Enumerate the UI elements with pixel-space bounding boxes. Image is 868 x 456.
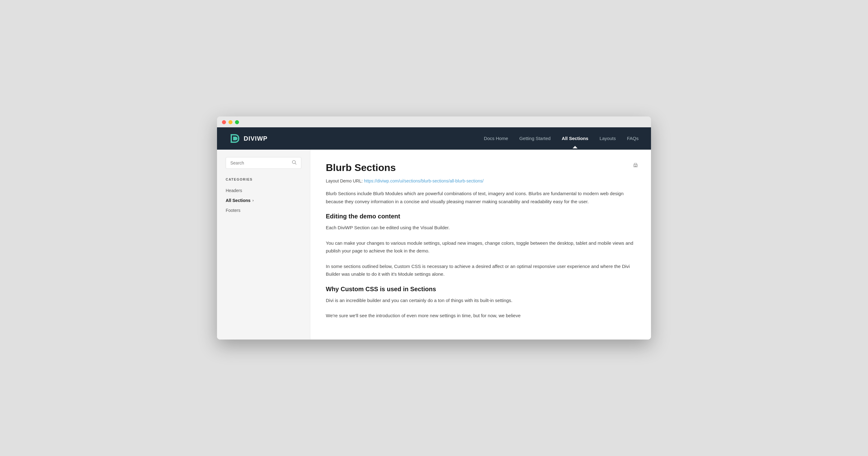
section1-heading: Editing the demo content <box>326 213 636 220</box>
sidebar-item-footers[interactable]: Footers <box>226 205 301 215</box>
layout-url-line: Layout Demo URL: https://diviwp.com/ui/s… <box>326 178 636 184</box>
sidebar-link-all-sections[interactable]: All Sections <box>226 198 250 203</box>
search-icon <box>292 160 297 166</box>
traffic-light-green[interactable] <box>235 120 239 124</box>
nav-link-layouts[interactable]: Layouts <box>599 136 616 141</box>
print-icon[interactable] <box>632 162 639 170</box>
nav-link-all-sections[interactable]: All Sections <box>562 136 588 141</box>
svg-rect-4 <box>634 166 637 167</box>
section2-paragraph1: Divi is an incredible builder and you ca… <box>326 296 636 304</box>
chevron-right-icon: › <box>252 198 254 203</box>
page-title: Blurb Sections <box>326 162 636 173</box>
nav-links: Docs Home Getting Started All Sections L… <box>484 136 639 141</box>
nav-item-layouts[interactable]: Layouts <box>599 136 616 141</box>
search-input[interactable] <box>230 160 289 165</box>
intro-paragraph: Blurb Sections include Blurb Modules whi… <box>326 190 636 205</box>
traffic-lights <box>222 120 646 124</box>
sidebar-nav: Headers All Sections › Footers <box>226 186 301 215</box>
search-box[interactable] <box>226 157 301 169</box>
sidebar-item-all-sections[interactable]: All Sections › <box>226 195 301 205</box>
nav-item-all-sections[interactable]: All Sections <box>562 136 588 141</box>
section2-paragraph2: We're sure we'll see the introduction of… <box>326 312 636 320</box>
traffic-light-yellow[interactable] <box>228 120 232 124</box>
content-area: Blurb Sections Layout Demo URL: https://… <box>310 150 651 339</box>
sidebar-link-headers[interactable]: Headers <box>226 188 242 193</box>
nav-link-faqs[interactable]: FAQs <box>627 136 639 141</box>
svg-rect-3 <box>634 163 637 165</box>
sidebar-link-footers[interactable]: Footers <box>226 208 240 213</box>
nav-item-getting-started[interactable]: Getting Started <box>519 136 551 141</box>
browser-chrome <box>217 117 651 127</box>
layout-url-link[interactable]: https://diviwp.com/ui/sections/blurb-sec… <box>364 178 484 184</box>
navbar: DIVIWP Docs Home Getting Started All Sec… <box>217 127 651 150</box>
sidebar-item-headers[interactable]: Headers <box>226 186 301 195</box>
traffic-light-red[interactable] <box>222 120 226 124</box>
svg-line-1 <box>295 163 297 164</box>
nav-link-docs-home[interactable]: Docs Home <box>484 136 508 141</box>
nav-item-faqs[interactable]: FAQs <box>627 136 639 141</box>
section1-paragraph2: You can make your changes to various mod… <box>326 239 636 255</box>
categories-label: CATEGORIES <box>226 177 301 181</box>
sidebar: CATEGORIES Headers All Sections › Footer… <box>217 150 310 339</box>
section1-paragraph3: In some sections outlined below, Custom … <box>326 262 636 278</box>
svg-point-5 <box>637 165 638 165</box>
section1-paragraph1: Each DiviWP Section can be edited using … <box>326 224 636 232</box>
logo-text: DIVIWP <box>244 135 268 142</box>
logo-icon <box>229 133 241 144</box>
nav-item-docs-home[interactable]: Docs Home <box>484 136 508 141</box>
nav-link-getting-started[interactable]: Getting Started <box>519 136 551 141</box>
browser-window: DIVIWP Docs Home Getting Started All Sec… <box>217 117 651 339</box>
layout-url-label: Layout Demo URL: <box>326 178 363 184</box>
logo-area: DIVIWP <box>229 133 268 144</box>
main-area: CATEGORIES Headers All Sections › Footer… <box>217 150 651 339</box>
section2-heading: Why Custom CSS is used in Sections <box>326 286 636 293</box>
